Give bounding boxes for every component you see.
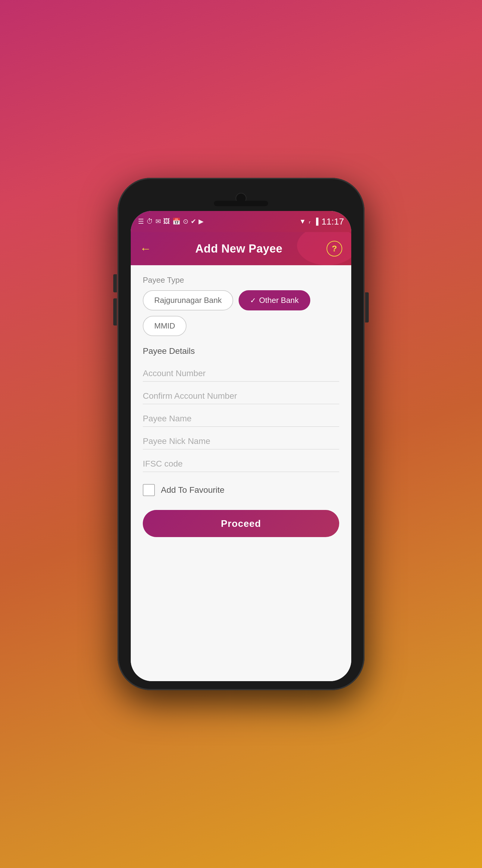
volume-down-btn[interactable] [113,299,117,326]
battery-icon: ▐ [314,218,318,225]
ifsc-code-input[interactable] [143,459,339,469]
confirm-account-number-field [143,384,339,404]
confirm-account-number-input[interactable] [143,391,339,401]
phone-speaker [214,201,268,206]
account-number-field [143,362,339,381]
favourite-checkbox[interactable] [143,484,155,496]
payee-name-field [143,407,339,427]
status-icons-right: ▼ ᵣ ▐ 11:17 [299,216,344,227]
page-title: Add New Payee [195,242,283,255]
app-header: ← Add New Payee ? [131,232,351,265]
check-icon: ✔ [191,218,196,225]
rajgurunagar-label: Rajgurunagar Bank [154,296,222,305]
power-btn[interactable] [365,292,369,322]
favourite-row: Add To Favourite [143,484,339,496]
favourite-label: Add To Favourite [161,485,224,495]
payee-type-options: Rajgurunagar Bank ✓ Other Bank MMID [143,290,339,336]
other-bank-label: Other Bank [259,296,299,305]
payee-type-label: Payee Type [143,276,339,285]
payee-details-label: Payee Details [143,346,339,356]
proceed-button[interactable]: Proceed [143,510,339,537]
payee-nick-name-field [143,430,339,450]
help-button[interactable]: ? [327,241,342,256]
phone-screen: ☰ ⏱ ✉ 🖼 📅 ⊙ ✔ ▶ ▼ ᵣ ▐ 11:17 ← Add New Pa… [131,211,351,681]
status-icons-left: ☰ ⏱ ✉ 🖼 📅 ⊙ ✔ ▶ [138,218,204,225]
circle-icon: ⊙ [183,218,188,225]
mail-icon: ✉ [155,218,161,225]
form-fields [143,362,339,475]
payee-nick-name-input[interactable] [143,436,339,446]
ifsc-code-field [143,453,339,472]
phone-frame: ☰ ⏱ ✉ 🖼 📅 ⊙ ✔ ▶ ▼ ᵣ ▐ 11:17 ← Add New Pa… [118,178,364,690]
option-other-bank[interactable]: ✓ Other Bank [238,290,310,310]
play-icon: ▶ [198,218,204,225]
calendar-icon: 📅 [172,218,181,225]
option-rajgurunagar[interactable]: Rajgurunagar Bank [143,290,233,310]
volume-up-btn[interactable] [113,274,117,292]
header-decoration [297,232,351,265]
messages-icon: ☰ [138,218,144,225]
wifi-icon: ▼ [299,218,306,225]
option-mmid[interactable]: MMID [143,316,187,336]
mmid-label: MMID [154,321,175,331]
status-time: 11:17 [321,216,344,227]
photo-icon: 🖼 [163,218,170,225]
back-button[interactable]: ← [140,242,151,255]
account-number-input[interactable] [143,369,339,378]
signal-icon: ᵣ [309,218,311,225]
status-bar: ☰ ⏱ ✉ 🖼 📅 ⊙ ✔ ▶ ▼ ᵣ ▐ 11:17 [131,211,351,232]
check-icon: ✓ [250,296,256,305]
payee-name-input[interactable] [143,414,339,424]
screen-content: Payee Type Rajgurunagar Bank ✓ Other Ban… [131,265,351,681]
clock-icon: ⏱ [147,218,153,225]
